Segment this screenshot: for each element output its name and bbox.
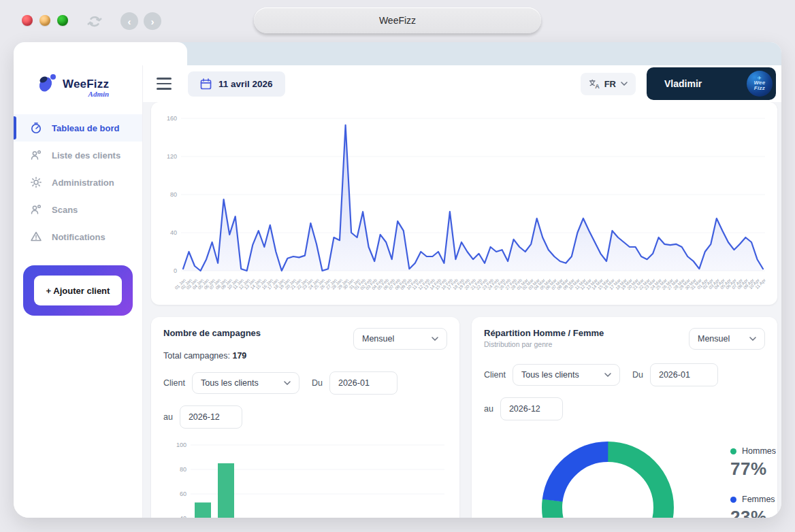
to-label: au — [163, 412, 173, 422]
logo-subtitle: Admin — [88, 90, 110, 98]
sidebar-item-scans[interactable]: Scans — [14, 196, 142, 223]
to-month-input[interactable] — [180, 405, 242, 429]
current-date: 11 avril 2026 — [218, 79, 273, 89]
gear-icon — [30, 176, 42, 188]
add-client-container: + Ajouter client — [23, 265, 133, 316]
active-tab[interactable] — [14, 42, 187, 65]
sidebar-item-administration[interactable]: Administration — [14, 169, 142, 196]
sidebar-item-label: Notifications — [52, 232, 106, 242]
sidebar: WeeFizz Admin Tableau de bord — [14, 65, 143, 518]
card-subtitle: Distribution par genre — [484, 340, 604, 348]
y-tick-label: 0 — [157, 267, 177, 274]
minimize-window-button[interactable] — [39, 15, 50, 26]
total-campaigns-label: Total campagnes: — [163, 351, 230, 361]
dashboard-timer-icon — [30, 122, 42, 134]
app-logo: WeeFizz Admin — [14, 65, 142, 105]
y-tick-label: 40 — [157, 229, 177, 236]
legend-label: Hommes — [742, 446, 776, 456]
clients-icon — [30, 149, 42, 161]
translate-icon: A — [589, 79, 600, 89]
calendar-icon — [200, 78, 212, 90]
chevron-down-icon — [604, 373, 611, 377]
svg-text:A: A — [595, 82, 600, 88]
femmes-percentage: 23% — [730, 507, 776, 518]
chevron-down-icon — [749, 337, 756, 341]
period-select[interactable]: Mensuel — [353, 328, 447, 350]
top-header: 11 avril 2026 A FR Vladimir — [143, 65, 781, 102]
client-label: Client — [484, 370, 506, 380]
scans-icon — [30, 203, 42, 216]
y-tick-label: 160 — [157, 115, 177, 122]
sidebar-item-label: Administration — [52, 178, 114, 188]
hommes-dot-icon — [730, 448, 736, 454]
add-client-button[interactable]: + Ajouter client — [34, 276, 122, 305]
language-code: FR — [604, 79, 616, 89]
sidebar-nav: Tableau de bord Liste des clients — [14, 114, 142, 250]
alert-triangle-icon — [30, 231, 42, 243]
sidebar-item-label: Tableau de bord — [52, 123, 119, 133]
date-picker[interactable]: 11 avril 2026 — [188, 71, 285, 97]
forward-button[interactable]: › — [144, 12, 161, 30]
close-window-button[interactable] — [22, 15, 33, 26]
campaigns-timeline-card: 04080120160 01 Jan02 Jan03 Jan04 Jan05 — [151, 102, 777, 305]
y-tick-label: 100 — [169, 442, 186, 448]
sidebar-item-label: Scans — [52, 205, 78, 215]
address-text: WeeFizz — [379, 15, 416, 26]
tab-band — [14, 42, 781, 65]
gender-donut-plot — [540, 439, 676, 518]
y-tick-label: 80 — [157, 191, 177, 198]
weefizz-bird-icon — [37, 71, 60, 95]
donut-legend: Hommes 77% Femmes 23% — [730, 446, 776, 518]
period-select[interactable]: Mensuel — [689, 328, 765, 350]
from-label: Du — [312, 378, 323, 388]
client-select[interactable]: Tous les clients — [192, 372, 299, 394]
sidebar-item-notifications[interactable]: Notifications — [14, 223, 142, 250]
back-button[interactable]: ‹ — [120, 12, 138, 30]
y-tick-label: 120 — [157, 153, 177, 160]
campaigns-bar-chart: 406080100 — [163, 438, 447, 518]
address-bar[interactable]: WeeFizz — [254, 7, 541, 33]
gender-donut-chart: Hommes 77% Femmes 23% — [484, 420, 765, 518]
campaigns-count-card: Nombre de campagnes Mensuel Total campag… — [151, 317, 459, 518]
from-label: Du — [632, 370, 643, 380]
y-tick-label: 60 — [169, 491, 186, 497]
card-title: Nombre de campagnes — [163, 328, 261, 338]
client-select[interactable]: Tous les clients — [513, 364, 620, 386]
avatar: ✈ Wee Fizz — [747, 71, 773, 97]
menu-toggle-icon[interactable] — [157, 78, 172, 90]
refresh-icon[interactable] — [86, 12, 103, 30]
main-content: 04080120160 01 Jan02 Jan03 Jan04 Jan05 — [143, 102, 781, 518]
app-window: WeeFizz Admin Tableau de bord — [14, 42, 781, 518]
user-name: Vladimir — [664, 78, 747, 89]
maximize-window-button[interactable] — [57, 15, 68, 26]
chevron-down-icon — [432, 337, 438, 341]
sidebar-item-tableau-de-bord[interactable]: Tableau de bord — [14, 114, 142, 142]
user-menu[interactable]: Vladimir ✈ Wee Fizz — [647, 67, 776, 100]
card-title: Répartition Homme / Femme — [484, 328, 604, 338]
y-tick-label: 40 — [169, 515, 186, 518]
femmes-dot-icon — [730, 497, 736, 503]
to-month-input[interactable] — [500, 397, 563, 420]
client-label: Client — [163, 378, 185, 388]
browser-chrome: ‹ › WeeFizz — [0, 0, 795, 42]
legend-label: Femmes — [742, 495, 775, 504]
hommes-percentage: 77% — [730, 459, 776, 480]
campaigns-bar-plot — [163, 438, 447, 518]
language-selector[interactable]: A FR — [581, 73, 636, 95]
gender-split-card: Répartition Homme / Femme Distribution p… — [472, 317, 777, 518]
from-month-input[interactable] — [329, 371, 398, 395]
total-campaigns-value: 179 — [232, 351, 246, 361]
y-tick-label: 80 — [169, 466, 186, 473]
chevron-down-icon — [284, 381, 291, 385]
campaigns-line-plot — [181, 116, 765, 275]
logo-name: WeeFizz — [63, 78, 109, 91]
sidebar-item-liste-des-clients[interactable]: Liste des clients — [14, 142, 142, 169]
sidebar-item-label: Liste des clients — [52, 150, 120, 161]
chevron-down-icon — [621, 82, 628, 86]
to-label: au — [484, 404, 493, 414]
from-month-input[interactable] — [650, 363, 718, 386]
